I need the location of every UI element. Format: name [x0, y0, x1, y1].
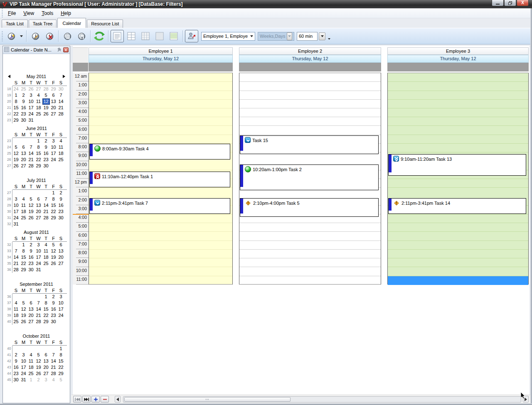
day-cell[interactable]: 23 — [50, 312, 57, 319]
day-cell[interactable]: 19 — [27, 209, 35, 215]
day-cell[interactable]: 3 — [57, 294, 65, 300]
week-view-button[interactable] — [139, 30, 152, 42]
day-cell[interactable]: 14 — [12, 254, 20, 260]
day-cell[interactable]: 28 — [42, 86, 50, 92]
scroll-left-button[interactable] — [115, 396, 121, 403]
calendar-event[interactable]: 2:11pm-3:41pm Task 7 — [89, 198, 230, 214]
day-cell[interactable]: 3 — [12, 196, 20, 202]
day-cell[interactable]: 21 — [50, 364, 57, 371]
day-cell[interactable]: 12 — [20, 306, 27, 312]
new-task-button[interactable] — [5, 30, 18, 42]
day-cell[interactable]: 4 — [42, 242, 50, 248]
day-cell[interactable]: 17 — [50, 150, 57, 157]
day-cell[interactable]: 12 — [12, 150, 20, 157]
day-cell[interactable]: 16 — [20, 105, 27, 111]
day-cell[interactable]: 2 — [50, 294, 57, 300]
day-cell[interactable]: 11 — [12, 306, 20, 312]
day-cell[interactable]: 14 — [27, 150, 35, 157]
day-cell[interactable]: 27 — [57, 260, 65, 267]
day-cell[interactable]: 21 — [27, 157, 35, 163]
edit-task-button[interactable] — [29, 30, 42, 42]
day-cell[interactable]: 28 — [35, 319, 42, 325]
day-cell[interactable]: 26 — [27, 86, 35, 92]
day-cell[interactable]: 29 — [20, 267, 27, 273]
day-cell[interactable]: 4 — [35, 92, 42, 98]
calendar-event[interactable]: 11:10am-12:40pm Task 1 — [89, 172, 230, 187]
day-cell[interactable]: 10 — [27, 98, 35, 105]
day-cell[interactable]: 21 — [35, 312, 42, 319]
day-cell[interactable]: 28 — [27, 163, 35, 169]
day-cell[interactable]: 23 — [42, 157, 50, 163]
day-cell[interactable]: 27 — [42, 371, 50, 377]
selected-time-slot[interactable] — [388, 276, 528, 285]
day-cell[interactable]: 12 — [35, 358, 42, 364]
day-cell[interactable]: 1 — [12, 92, 20, 98]
day-cell[interactable]: 8 — [20, 248, 27, 254]
day-cell[interactable]: 6 — [20, 144, 27, 150]
day-cell[interactable]: 18 — [27, 364, 35, 371]
day-cell[interactable]: 25 — [57, 157, 65, 163]
day-cell[interactable]: 22 — [20, 260, 27, 267]
day-cell[interactable]: 30 — [27, 267, 35, 273]
calendar-event[interactable]: Task 15 — [240, 135, 379, 154]
day-cell[interactable]: 10 — [57, 300, 65, 306]
day-cell[interactable]: 11 — [27, 358, 35, 364]
menu-help[interactable]: Help — [57, 9, 75, 17]
calendar-event[interactable]: 10:20am-1:00pm Task 2 — [240, 164, 379, 191]
calendar-event[interactable]: 8:00am-9:30am Task 4 — [89, 144, 230, 160]
day-cell[interactable]: 11 — [57, 144, 65, 150]
day-cell[interactable]: 7 — [35, 300, 42, 306]
toolbar-overflow-icon[interactable] — [328, 38, 330, 40]
delete-task-button[interactable] — [43, 30, 56, 42]
day-cell[interactable]: 5 — [57, 377, 65, 383]
day-cell[interactable]: 11 — [42, 248, 50, 254]
day-cell[interactable]: 24 — [20, 371, 27, 377]
day-cell[interactable]: 9 — [27, 248, 35, 254]
restore-button[interactable] — [504, 0, 516, 6]
day-cell[interactable]: 7 — [12, 248, 20, 254]
tab-resource-list[interactable]: Resource List — [87, 20, 123, 28]
day-cell[interactable]: 20 — [27, 312, 35, 319]
day-cell[interactable]: 31 — [20, 377, 27, 383]
day-cell[interactable]: 15 — [35, 150, 42, 157]
day-cell[interactable]: 20 — [57, 254, 65, 260]
day-cell[interactable]: 3 — [27, 92, 35, 98]
menu-tools[interactable]: Tools — [38, 9, 57, 17]
day-view-button[interactable] — [111, 30, 124, 42]
day-cell[interactable]: 4 — [12, 300, 20, 306]
day-cell[interactable]: 22 — [57, 364, 65, 371]
tab-task-list[interactable]: Task List — [2, 20, 28, 28]
day-cell[interactable]: 3 — [50, 138, 57, 144]
day-cell[interactable]: 10 — [12, 202, 20, 209]
day-cell[interactable]: 11 — [20, 202, 27, 209]
day-cell[interactable]: 7 — [42, 196, 50, 202]
day-cell[interactable]: 4 — [50, 377, 57, 383]
day-cell[interactable]: 14 — [50, 358, 57, 364]
day-cell[interactable]: 6 — [42, 352, 50, 358]
day-cell[interactable]: 1 — [57, 346, 65, 352]
day-cell[interactable]: 16 — [50, 306, 57, 312]
day-cell[interactable]: 9 — [57, 196, 65, 202]
day-cell[interactable]: 5 — [35, 352, 42, 358]
first-date-button[interactable] — [73, 396, 81, 403]
day-cell[interactable]: 31 — [35, 267, 42, 273]
day-cell[interactable]: 17 — [27, 105, 35, 111]
day-cell[interactable]: 28 — [50, 371, 57, 377]
day-cell[interactable]: 1 — [50, 190, 57, 196]
scrollbar-thumb[interactable] — [124, 397, 291, 402]
day-cell[interactable]: 24 — [57, 312, 65, 319]
day-cell[interactable]: 29 — [42, 319, 50, 325]
calendar-event[interactable]: 9:10am-11:20am Task 13 — [388, 154, 526, 176]
day-cell[interactable]: 25 — [35, 111, 42, 117]
day-cell[interactable]: 29 — [50, 215, 57, 221]
day-cell[interactable]: 21 — [42, 209, 50, 215]
refresh-button[interactable] — [93, 30, 106, 42]
remove-date-button[interactable] — [101, 396, 109, 403]
day-cell[interactable]: 17 — [57, 306, 65, 312]
day-cell[interactable]: 6 — [57, 242, 65, 248]
day-cell[interactable]: 3 — [35, 242, 42, 248]
task-report-button[interactable] — [61, 30, 74, 42]
tab-calendar[interactable]: Calendar — [57, 18, 86, 28]
resource-filter-combo[interactable]: Employee 1, Employe — [201, 32, 255, 41]
day-cell[interactable]: 15 — [20, 254, 27, 260]
